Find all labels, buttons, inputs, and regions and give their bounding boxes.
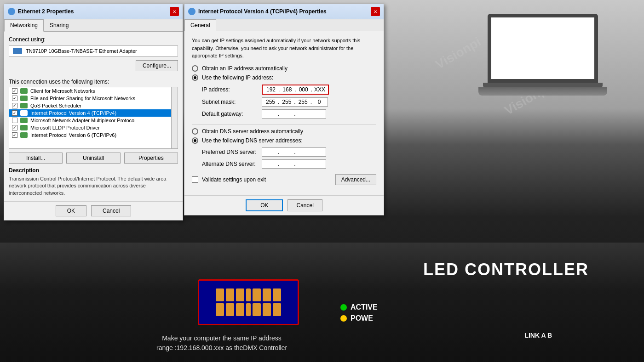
radio-manual-dns-label: Use the following DNS server addresses: <box>202 137 303 144</box>
tab-sharing[interactable]: Sharing <box>44 19 75 31</box>
validate-checkbox-row: Validate settings upon exit Advanced... <box>192 174 376 185</box>
validate-label: Validate settings upon exit <box>202 176 266 183</box>
component-ipv6: Internet Protocol Version 6 (TCP/IPv6) <box>9 131 178 139</box>
subnet-input[interactable]: 255 . 255 . 255 . 0 <box>262 97 328 107</box>
tcp-body: You can get IP settings assigned automat… <box>184 31 384 195</box>
ethernet-ok-cancel: OK Cancel <box>4 201 183 220</box>
gateway-seg-3[interactable] <box>297 111 310 117</box>
checkbox-ipv4[interactable] <box>12 110 17 116</box>
laptop-illustration <box>478 14 607 115</box>
subnet-row: Subnet mask: 255 . 255 . 255 . 0 <box>202 97 376 107</box>
subnet-seg-4[interactable]: 0 <box>313 99 326 105</box>
tcp-close-button[interactable]: ✕ <box>371 7 380 16</box>
comp-icon-ipv6 <box>20 132 28 138</box>
adapter-name: TN9710P 10GBase-T/NBASE-T Ethernet Adapt… <box>26 48 137 54</box>
active-indicator-row: ACTIVE <box>340 303 378 311</box>
validate-checkbox[interactable] <box>192 176 198 183</box>
subnet-seg-2[interactable]: 255 <box>280 99 293 105</box>
adapter-row: TN9710P 10GBase-T/NBASE-T Ethernet Adapt… <box>9 45 178 57</box>
properties-button[interactable]: Properties <box>124 153 178 164</box>
laptop-hinge <box>483 83 603 87</box>
subnet-seg-1[interactable]: 255 <box>264 99 277 105</box>
configure-button[interactable]: Configure... <box>136 60 178 71</box>
ip-seg-1[interactable]: 192 <box>264 86 277 93</box>
component-ipv4[interactable]: Internet Protocol Version 4 (TCP/IPv4) <box>9 109 178 117</box>
laptop-screen <box>488 14 598 83</box>
connect-using-label: Connect using: <box>9 36 178 43</box>
comp-icon-client <box>20 88 28 94</box>
radio-manual-dns[interactable] <box>192 137 198 144</box>
pref-dns-seg-2[interactable] <box>280 149 293 155</box>
description-text: Transmission Control Protocol/Internet P… <box>9 175 178 197</box>
uninstall-button[interactable]: Uninstall <box>66 153 120 164</box>
gateway-seg-1[interactable] <box>264 111 277 117</box>
tab-general[interactable]: General <box>184 19 216 31</box>
ip-seg-3[interactable]: 000 <box>297 86 310 93</box>
comp-label-qos: QoS Packet Scheduler <box>30 103 81 108</box>
radio-auto-ip[interactable] <box>192 65 198 72</box>
ip-seg-4[interactable]: XXX <box>313 86 326 93</box>
active-label: ACTIVE <box>351 303 378 311</box>
radio-manual-ip-row[interactable]: Use the following IP address: <box>192 74 376 81</box>
tcp-title-icon <box>188 8 196 15</box>
radio-auto-ip-row[interactable]: Obtain an IP address automatically <box>192 65 376 72</box>
tcp-titlebar-left: Internet Protocol Version 4 (TCP/IPv4) P… <box>188 8 327 15</box>
checkbox-printer-sharing[interactable] <box>12 96 17 101</box>
tcp-ok-cancel: OK Cancel <box>184 195 384 215</box>
comp-label-lldp: Microsoft LLDP Protocol Driver <box>30 125 100 130</box>
components-label: This connection uses the following items… <box>9 79 178 85</box>
led-digit <box>263 303 271 316</box>
alternate-dns-input[interactable]: . . <box>262 159 326 169</box>
pref-dns-seg-1[interactable] <box>264 149 277 155</box>
led-digit <box>273 288 281 301</box>
ethernet-cancel-button[interactable]: Cancel <box>91 205 131 216</box>
component-multiplexor: Microsoft Network Adapter Multiplexor Pr… <box>9 117 178 124</box>
checkbox-multiplexor[interactable] <box>12 118 17 123</box>
radio-manual-ip-label: Use the following IP address: <box>202 74 273 81</box>
checkbox-qos[interactable] <box>12 103 17 108</box>
led-digit-dot <box>246 303 251 316</box>
led-digit <box>216 288 224 301</box>
ethernet-close-button[interactable]: ✕ <box>170 7 179 16</box>
install-button[interactable]: Install... <box>9 153 63 164</box>
adapter-icon <box>13 48 22 54</box>
description-title: Description <box>9 167 178 174</box>
ethernet-ok-button[interactable]: OK <box>56 205 86 216</box>
gateway-label: Default gateway: <box>202 111 262 117</box>
advanced-button[interactable]: Advanced... <box>335 174 376 185</box>
radio-manual-dns-row[interactable]: Use the following DNS server addresses: <box>192 137 376 144</box>
comp-label-multiplexor: Microsoft Network Adapter Multiplexor Pr… <box>30 118 136 123</box>
pref-dns-seg-3[interactable] <box>297 149 310 155</box>
radio-auto-dns[interactable] <box>192 128 198 135</box>
led-digit <box>236 303 244 316</box>
ip-seg-2[interactable]: 168 <box>281 86 293 93</box>
gateway-seg-2[interactable] <box>280 111 293 117</box>
radio-auto-dns-row[interactable]: Obtain DNS server address automatically <box>192 128 376 135</box>
radio-manual-ip[interactable] <box>192 74 198 81</box>
checkbox-ipv6[interactable] <box>12 132 17 138</box>
tcp-cancel-button[interactable]: Cancel <box>288 199 322 211</box>
ethernet-title-icon <box>8 8 15 15</box>
tcp-ok-button[interactable]: OK <box>246 199 283 211</box>
comp-icon-qos <box>20 103 28 108</box>
checkbox-lldp[interactable] <box>12 125 17 130</box>
tcp-title-text: Internet Protocol Version 4 (TCP/IPv4) P… <box>198 8 327 15</box>
tab-networking[interactable]: Networking <box>4 19 44 32</box>
led-digit <box>263 288 271 301</box>
component-printer-sharing: File and Printer Sharing for Microsoft N… <box>9 95 178 102</box>
power-led <box>340 315 347 322</box>
alt-dns-seg-2[interactable] <box>280 161 293 167</box>
active-led <box>340 304 347 311</box>
preferred-dns-input[interactable]: . . <box>262 147 326 157</box>
scroll-track[interactable] <box>171 87 178 148</box>
checkbox-client-networks[interactable] <box>12 88 17 94</box>
divider <box>192 124 376 124</box>
alt-dns-seg-1[interactable] <box>264 161 277 167</box>
comp-label-client: Client for Microsoft Networks <box>30 88 95 94</box>
subnet-seg-3[interactable]: 255 <box>297 99 310 105</box>
alt-dns-seg-3[interactable] <box>297 161 310 167</box>
ip-address-input[interactable]: 192 . 168 . 000 . XXX <box>262 85 329 95</box>
dns-radio-group: Obtain DNS server address automatically … <box>192 128 376 144</box>
gateway-row: Default gateway: . . <box>202 109 376 119</box>
gateway-input[interactable]: . . <box>262 109 326 119</box>
